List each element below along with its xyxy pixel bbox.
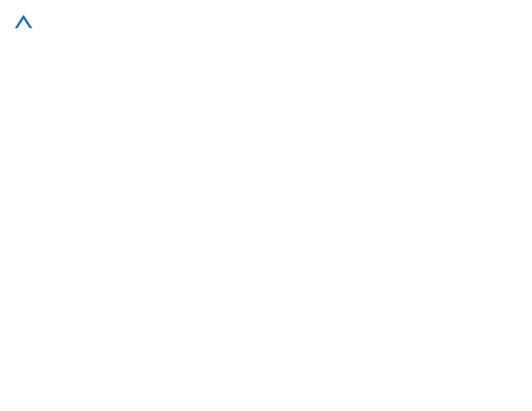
header (13, 13, 519, 34)
logo (13, 13, 36, 34)
logo-icon (13, 13, 34, 34)
